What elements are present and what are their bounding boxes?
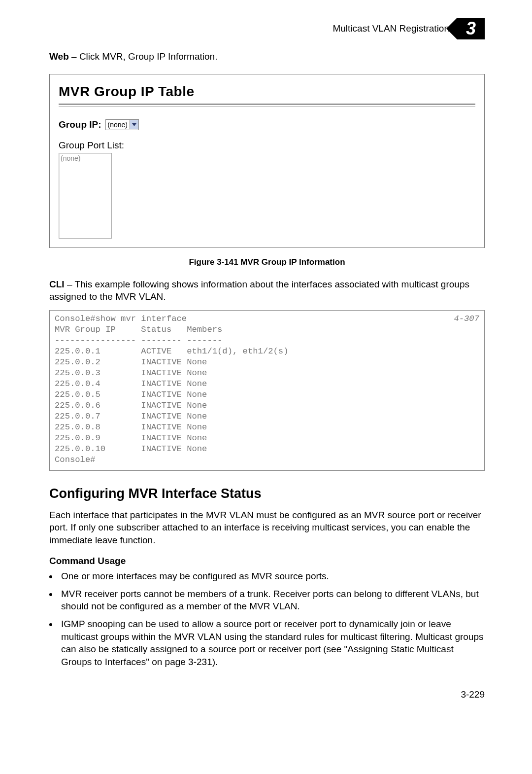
- panel-title-divider: [59, 106, 475, 106]
- cli-row: 225.0.0.4 INACTIVE None: [55, 379, 207, 388]
- panel-title: MVR Group IP Table: [59, 82, 475, 106]
- command-usage-title: Command Usage: [49, 555, 485, 567]
- port-list-box[interactable]: (none): [59, 153, 112, 239]
- list-item: One or more interfaces may be configured…: [58, 570, 485, 583]
- page-header: Multicast VLAN Registration 3: [49, 18, 485, 39]
- chapter-number: 3: [466, 17, 476, 41]
- web-desc: – Click MVR, Group IP Information.: [69, 51, 218, 62]
- web-label: Web: [49, 51, 69, 62]
- mvr-group-ip-panel: MVR Group IP Table Group IP: (none) Grou…: [49, 74, 485, 248]
- section-paragraph: Each interface that participates in the …: [49, 509, 485, 547]
- bullet-list: One or more interfaces may be configured…: [49, 570, 485, 668]
- cli-row: 225.0.0.2 INACTIVE None: [55, 357, 207, 367]
- cli-row: 225.0.0.9 INACTIVE None: [55, 433, 207, 443]
- running-title: Multicast VLAN Registration: [332, 22, 449, 35]
- cli-command: Console#show mvr interface: [55, 314, 187, 323]
- web-nav-line: Web – Click MVR, Group IP Information.: [49, 50, 485, 63]
- list-item: MVR receiver ports cannot be members of …: [58, 588, 485, 613]
- port-list-label: Group Port List:: [59, 139, 475, 152]
- svg-marker-0: [132, 123, 136, 126]
- cli-row: 225.0.0.10 INACTIVE None: [55, 444, 207, 454]
- cli-row: 225.0.0.1 ACTIVE eth1/1(d), eth1/2(s): [55, 347, 288, 356]
- cli-intro-text: – This example following shows informati…: [49, 279, 469, 302]
- cli-divider: ---------------- -------- -------: [55, 336, 222, 345]
- dropdown-button[interactable]: [130, 120, 138, 129]
- group-ip-row: Group IP: (none): [59, 118, 475, 131]
- group-ip-select[interactable]: (none): [105, 119, 139, 130]
- cli-row: 225.0.0.8 INACTIVE None: [55, 422, 207, 432]
- cli-row: 225.0.0.3 INACTIVE None: [55, 368, 207, 378]
- cli-page-ref: 4-307: [454, 314, 479, 324]
- cli-row: 225.0.0.5 INACTIVE None: [55, 390, 207, 399]
- list-item: IGMP snooping can be used to allow a sou…: [58, 618, 485, 668]
- section-title: Configuring MVR Interface Status: [49, 485, 485, 502]
- cli-header: MVR Group IP Status Members: [55, 325, 222, 334]
- cli-row: 225.0.0.6 INACTIVE None: [55, 401, 207, 410]
- group-ip-label: Group IP:: [59, 118, 101, 131]
- group-ip-value: (none): [106, 120, 130, 130]
- cli-label: CLI: [49, 279, 65, 289]
- cli-output: 4-307Console#show mvr interface MVR Grou…: [49, 310, 485, 471]
- chevron-down-icon: [132, 123, 136, 126]
- port-list-value: (none): [61, 154, 80, 162]
- cli-row: 225.0.0.7 INACTIVE None: [55, 412, 207, 421]
- chapter-badge: 3: [457, 18, 485, 39]
- cli-intro: CLI – This example following shows infor…: [49, 278, 485, 303]
- page-number: 3-229: [49, 688, 485, 701]
- cli-prompt: Console#: [55, 455, 96, 464]
- figure-caption: Figure 3-141 MVR Group IP Information: [49, 257, 485, 268]
